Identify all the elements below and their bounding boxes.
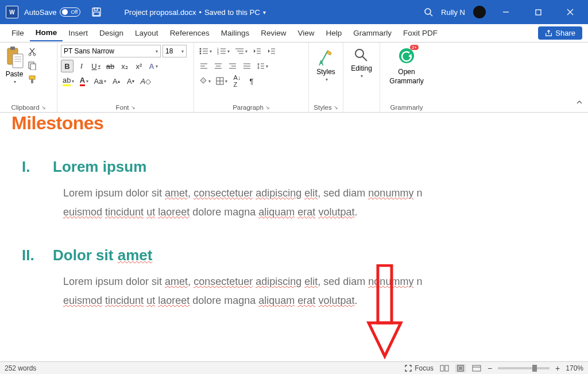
zoom-level[interactable]: 170%: [566, 364, 583, 372]
svg-point-21: [200, 48, 202, 50]
strikethrough-button[interactable]: ab: [104, 60, 117, 72]
clipboard-dialog-launcher[interactable]: ↘: [41, 105, 46, 110]
justify-button[interactable]: [241, 60, 253, 72]
title-dot: •: [199, 8, 202, 17]
styles-button[interactable]: A Styles ▾: [314, 45, 338, 84]
document-canvas[interactable]: Milestones I. Lorem ipsum Lorem ipsum do…: [0, 113, 588, 361]
tab-home[interactable]: Home: [30, 25, 63, 41]
show-marks-button[interactable]: ¶: [245, 75, 258, 87]
svg-line-63: [362, 56, 367, 61]
group-grammarly: 2+ Open Grammarly Grammarly: [380, 43, 433, 112]
subscript-button[interactable]: x₂: [118, 60, 131, 72]
styles-dialog-launcher[interactable]: ↘: [334, 105, 338, 110]
format-painter-icon[interactable]: [28, 75, 37, 84]
highlight-button[interactable]: ab▾: [61, 75, 76, 87]
paste-button[interactable]: Paste ▾: [3, 45, 25, 86]
tab-review[interactable]: Review: [255, 25, 292, 41]
focus-icon: [404, 364, 412, 372]
sort-button[interactable]: A↓Z: [231, 75, 243, 87]
svg-point-62: [355, 49, 363, 57]
clear-format-button[interactable]: A◇: [138, 75, 153, 87]
tab-file[interactable]: File: [6, 25, 30, 41]
heading-milestones[interactable]: Milestones: [11, 113, 577, 134]
zoom-slider[interactable]: [498, 367, 550, 369]
search-icon[interactable]: [424, 7, 433, 17]
group-styles-label: Styles: [314, 104, 331, 111]
zoom-out-button[interactable]: −: [488, 364, 492, 373]
multilevel-list-button[interactable]: ▾: [233, 45, 249, 57]
font-dialog-launcher[interactable]: ↘: [131, 105, 136, 110]
chevron-down-icon: ▾: [361, 74, 363, 79]
toggle-switch[interactable]: Off: [60, 7, 80, 17]
tab-view[interactable]: View: [292, 25, 320, 41]
styles-icon: A: [318, 47, 335, 67]
line-spacing-button[interactable]: ▾: [255, 60, 270, 72]
tab-layout[interactable]: Layout: [129, 25, 164, 41]
list-item[interactable]: I. Lorem ipsum: [11, 158, 577, 176]
print-layout-button[interactable]: [455, 364, 466, 372]
superscript-button[interactable]: x²: [133, 60, 145, 72]
change-case-button[interactable]: Aa▾: [92, 75, 108, 87]
font-name-select[interactable]: PT Sans Narrow▾: [61, 45, 161, 57]
editing-button[interactable]: Editing ▾: [349, 45, 374, 81]
decrease-indent-button[interactable]: [251, 45, 264, 57]
group-paragraph: ▾ 123▾ ▾ ▾ ▾ ▾ A↓Z ¶ Paragraph↘: [194, 43, 309, 112]
tab-references[interactable]: References: [164, 25, 215, 41]
bullets-button[interactable]: ▾: [198, 45, 214, 57]
list-item[interactable]: II. Dolor sit amet: [11, 246, 577, 264]
zoom-thumb[interactable]: [532, 365, 537, 372]
close-button[interactable]: [558, 0, 582, 24]
zoom-in-button[interactable]: +: [555, 364, 560, 373]
tab-help[interactable]: Help: [320, 25, 348, 41]
tab-design[interactable]: Design: [94, 25, 129, 41]
document-title[interactable]: Project proposal.docx • Saved to this PC…: [124, 8, 265, 17]
tab-foxit[interactable]: Foxit PDF: [397, 25, 443, 41]
text-effects-button[interactable]: A▾: [147, 60, 160, 72]
word-count[interactable]: 252 words: [5, 364, 36, 372]
paragraph[interactable]: Lorem ipsum dolor sit amet, consectetuer…: [63, 184, 577, 222]
avatar[interactable]: [473, 6, 486, 18]
paragraph-dialog-launcher[interactable]: ↘: [265, 105, 270, 110]
svg-point-3: [425, 9, 431, 14]
copy-icon[interactable]: [28, 61, 37, 70]
tab-mailings[interactable]: Mailings: [215, 25, 256, 41]
open-grammarly-button[interactable]: 2+ Open Grammarly: [387, 45, 425, 87]
align-center-button[interactable]: [212, 60, 225, 72]
font-size-select[interactable]: 18▾: [163, 45, 187, 57]
clipboard-icon: [5, 46, 24, 69]
tab-grammarly[interactable]: Grammarly: [347, 25, 397, 41]
increase-indent-button[interactable]: [265, 45, 278, 57]
svg-rect-10: [10, 47, 15, 50]
grow-font-button[interactable]: A▴: [110, 75, 122, 87]
minimize-button[interactable]: [494, 0, 518, 24]
user-name[interactable]: Rully N: [441, 8, 465, 17]
group-editing: Editing ▾ .: [343, 43, 380, 112]
numbering-button[interactable]: 123▾: [215, 45, 231, 57]
italic-button[interactable]: I: [75, 60, 88, 72]
cut-icon[interactable]: [28, 47, 37, 56]
shading-button[interactable]: ▾: [198, 75, 212, 87]
save-icon[interactable]: [92, 7, 101, 17]
svg-text:3: 3: [217, 52, 219, 55]
svg-point-25: [200, 53, 202, 55]
bold-button[interactable]: B: [61, 60, 74, 72]
chevron-down-icon: ▾: [14, 79, 16, 84]
svg-rect-2: [94, 12, 99, 16]
maximize-button[interactable]: [526, 0, 550, 24]
tab-insert[interactable]: Insert: [63, 25, 94, 41]
focus-button[interactable]: Focus: [404, 364, 434, 372]
share-button[interactable]: Share: [538, 26, 582, 40]
borders-button[interactable]: ▾: [214, 75, 229, 87]
list-heading: Lorem ipsum: [53, 158, 146, 176]
collapse-ribbon-button[interactable]: [575, 98, 583, 109]
autosave-toggle[interactable]: AutoSave Off: [24, 7, 80, 17]
font-color-button[interactable]: A▾: [78, 75, 90, 87]
underline-button[interactable]: U▾: [90, 60, 102, 72]
read-mode-button[interactable]: [439, 364, 450, 372]
align-left-button[interactable]: [198, 60, 210, 72]
align-right-button[interactable]: [226, 60, 239, 72]
shrink-font-button[interactable]: A▾: [124, 75, 137, 87]
editing-label: Editing: [351, 64, 372, 72]
web-layout-button[interactable]: [471, 364, 482, 372]
paragraph[interactable]: Lorem ipsum dolor sit amet, consectetuer…: [63, 272, 577, 311]
